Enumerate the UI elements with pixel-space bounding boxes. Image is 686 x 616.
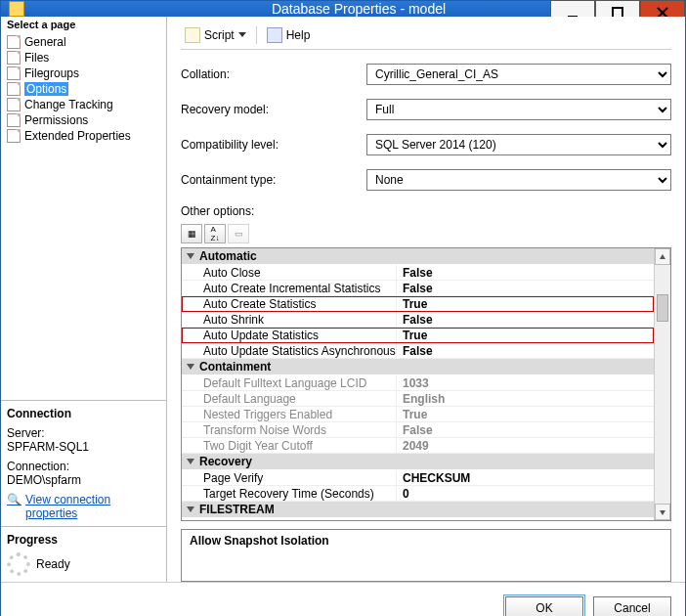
chevron-down-icon[interactable] [238, 32, 246, 37]
property-pages-button[interactable]: ▭ [228, 224, 249, 243]
connection-header: Connection [7, 407, 160, 420]
other-options-label: Other options: [181, 204, 671, 218]
page-icon [7, 98, 21, 111]
page-icon [7, 82, 21, 96]
property-grid: Automatic Auto CloseFalse Auto Create In… [181, 247, 671, 521]
page-filegroups[interactable]: Filegroups [5, 66, 162, 81]
row-auto-update-statistics-async[interactable]: Auto Update Statistics AsynchronouslyFal… [182, 343, 654, 359]
row-auto-create-incremental-statistics[interactable]: Auto Create Incremental StatisticsFalse [182, 281, 654, 296]
server-label: Server: [7, 426, 160, 440]
page-options[interactable]: Options [5, 81, 162, 97]
compatibility-select[interactable]: SQL Server 2014 (120) [366, 134, 671, 155]
script-button[interactable]: Script [181, 25, 250, 45]
page-tree: General Files Filegroups Options Change … [1, 32, 166, 148]
containment-select[interactable]: None [366, 169, 671, 191]
alphabetical-button[interactable]: AZ↓ [204, 224, 226, 243]
row-page-verify[interactable]: Page VerifyCHECKSUM [182, 470, 654, 486]
dialog-button-bar: OK Cancel [1, 582, 685, 616]
page-change-tracking[interactable]: Change Tracking [5, 97, 162, 112]
connection-panel: Connection Server: SPFARM-SQL1 Connectio… [1, 400, 166, 526]
scroll-up-button[interactable] [655, 248, 670, 265]
collation-label: Collation: [181, 67, 366, 81]
content-pane: Script Help Collation:Cyrillic_General_C… [167, 17, 685, 582]
scroll-down-button[interactable] [655, 504, 670, 520]
spinner-icon [7, 552, 30, 576]
page-permissions[interactable]: Permissions [5, 112, 162, 128]
dialog-window: Database Properties - model Select a pag… [0, 0, 686, 616]
recovery-model-select[interactable]: Full [366, 99, 671, 120]
page-general[interactable]: General [5, 34, 162, 50]
progress-status: Ready [36, 557, 70, 571]
help-icon [267, 27, 282, 43]
compatibility-label: Compatibility level: [181, 138, 366, 152]
category-recovery[interactable]: Recovery [182, 454, 654, 470]
page-extended-properties[interactable]: Extended Properties [5, 128, 162, 144]
category-filestream[interactable]: FILESTREAM [182, 502, 654, 518]
cancel-button[interactable]: Cancel [593, 596, 671, 616]
page-icon [7, 129, 21, 143]
connection-label: Connection: [7, 460, 160, 473]
category-automatic[interactable]: Automatic [182, 248, 654, 265]
connection-value: DEMO\spfarm [7, 473, 160, 487]
select-page-header: Select a page [1, 17, 166, 32]
row-transform-noise-words[interactable]: Transform Noise WordsFalse [182, 422, 654, 438]
row-two-digit-year[interactable]: Two Digit Year Cutoff2049 [182, 438, 654, 454]
row-target-recovery-time[interactable]: Target Recovery Time (Seconds)0 [182, 486, 654, 502]
svg-marker-5 [660, 510, 665, 515]
svg-marker-4 [660, 254, 665, 259]
progress-panel: Progress Ready [1, 526, 166, 582]
page-icon [7, 51, 21, 65]
row-auto-update-statistics[interactable]: Auto Update StatisticsTrue [182, 328, 654, 343]
page-icon [7, 35, 21, 49]
view-connection-link[interactable]: 🔍 View connection properties [7, 493, 160, 520]
link-icon: 🔍 [7, 493, 21, 506]
categorized-button[interactable]: ▦ [181, 224, 202, 243]
app-icon [9, 1, 24, 17]
row-nested-triggers[interactable]: Nested Triggers EnabledTrue [182, 407, 654, 422]
left-nav-pane: Select a page General Files Filegroups O… [1, 17, 167, 582]
grid-toolbar: ▦ AZ↓ ▭ [181, 224, 671, 243]
property-help-panel: Allow Snapshot Isolation [181, 529, 671, 582]
ok-button[interactable]: OK [505, 596, 583, 616]
collation-select[interactable]: Cyrillic_General_CI_AS [366, 64, 671, 85]
row-default-language[interactable]: Default LanguageEnglish [182, 391, 654, 407]
grid-scrollbar[interactable] [654, 248, 670, 520]
category-containment[interactable]: Containment [182, 359, 654, 375]
progress-header: Progress [7, 533, 58, 547]
server-value: SPFARM-SQL1 [7, 440, 160, 454]
titlebar[interactable]: Database Properties - model [1, 1, 685, 17]
row-fulltext-lcid[interactable]: Default Fulltext Language LCID1033 [182, 375, 654, 391]
scroll-thumb[interactable] [657, 294, 668, 322]
script-icon [185, 27, 200, 43]
help-button[interactable]: Help [263, 25, 315, 45]
page-files[interactable]: Files [5, 50, 162, 66]
row-auto-close[interactable]: Auto CloseFalse [182, 265, 654, 281]
page-icon [7, 66, 21, 80]
page-icon [7, 113, 21, 127]
row-auto-shrink[interactable]: Auto ShrinkFalse [182, 312, 654, 328]
row-auto-create-statistics[interactable]: Auto Create StatisticsTrue [182, 296, 654, 312]
toolbar: Script Help [181, 24, 671, 50]
recovery-model-label: Recovery model: [181, 103, 366, 116]
containment-label: Containment type: [181, 173, 366, 187]
